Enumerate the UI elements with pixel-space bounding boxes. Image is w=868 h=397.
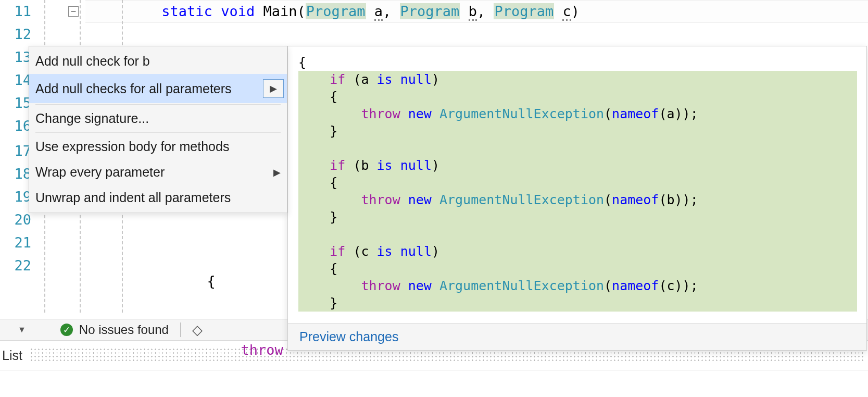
quickfix-menu[interactable]: Add null check for b Add null checks for…: [29, 46, 287, 213]
line-number: 12: [0, 23, 31, 46]
line-number: 21: [0, 231, 31, 254]
submenu-arrow-icon[interactable]: ▶: [263, 79, 284, 98]
line-number: 11: [0, 0, 31, 23]
check-circle-icon: ✓: [60, 324, 73, 336]
quickfix-item-label: Add null check for b: [35, 54, 150, 69]
line-number: 15: [0, 92, 31, 115]
quickfix-expression-body[interactable]: Use expression body for methods: [29, 134, 287, 159]
preview-changes-link[interactable]: Preview changes: [299, 328, 398, 345]
param-type: Program: [494, 3, 554, 19]
param-type: Program: [306, 3, 366, 19]
fold-toggle-icon[interactable]: −: [68, 6, 79, 17]
quickfix-add-null-check-b[interactable]: Add null check for b: [29, 48, 287, 74]
quickfix-change-signature[interactable]: Change signature...: [29, 106, 287, 131]
menu-separator: [35, 132, 281, 133]
quickfix-unwrap-parameters[interactable]: Unwrap and indent all parameters: [29, 185, 287, 210]
keyword-static: static: [161, 3, 212, 19]
quickfix-preview-pane: { if (a is null) { throw new ArgumentNul…: [287, 46, 867, 351]
quickfix-wrap-every-parameter[interactable]: Wrap every parameter ▶: [29, 159, 287, 185]
line-number: 17: [0, 140, 31, 163]
line-number: 22: [0, 254, 31, 277]
line-number: 19: [0, 185, 31, 208]
param-b: b: [469, 3, 477, 21]
preview-footer: Preview changes: [288, 323, 866, 350]
param-type: Program: [400, 3, 460, 19]
highlighter-icon[interactable]: ◇: [192, 322, 203, 338]
menu-separator: [35, 104, 281, 105]
status-issues-text: No issues found: [79, 322, 169, 337]
code-behind-popup: { throw }: [156, 224, 283, 397]
line-number: 16: [0, 115, 31, 140]
quickfix-item-label: Change signature...: [35, 111, 149, 126]
line-number: 18: [0, 163, 31, 185]
toolwindow-tab-list[interactable]: List: [2, 348, 22, 363]
method-name: Main: [263, 3, 297, 19]
preview-code: { if (a is null) { throw new ArgumentNul…: [298, 54, 857, 346]
quickfix-item-label: Add null checks for all parameters: [35, 81, 232, 96]
line-number: 13: [0, 46, 31, 69]
quickfix-item-label: Wrap every parameter: [35, 165, 165, 180]
param-c: c: [562, 3, 571, 21]
bottom-padding: [0, 370, 868, 397]
quickfix-item-label: Use expression body for methods: [35, 139, 229, 154]
quickfix-item-label: Unwrap and indent all parameters: [35, 190, 231, 205]
keyword-void: void: [221, 3, 255, 19]
submenu-arrow-icon: ▶: [273, 167, 281, 178]
quickfix-add-null-checks-all[interactable]: Add null checks for all parameters ▶: [29, 74, 287, 103]
line-number: 20: [0, 208, 31, 231]
line-number: 14: [0, 69, 31, 92]
status-divider: [180, 322, 181, 337]
param-a: a: [374, 3, 383, 21]
dropdown-arrow-icon[interactable]: ▼: [18, 325, 26, 334]
